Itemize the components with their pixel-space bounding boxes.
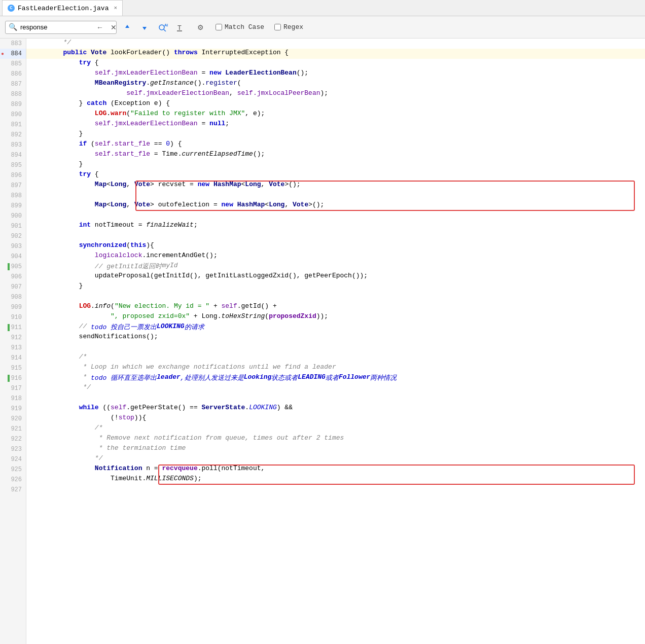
code-line-885: try { [26,59,645,69]
code-line-919: while ((self.getPeerState() == ServerSta… [26,404,645,414]
line-num-891: 891 [0,120,26,130]
tab-bar: C FastLeaderElection.java × [0,0,645,16]
svg-line-1 [164,29,166,31]
down-arrow-icon [140,23,149,31]
line-num-897: 897 [0,181,26,191]
prev-match-button[interactable]: ← [94,22,105,32]
code-line-888: self.jmxLeaderElectionBean, self.jmxLoca… [26,89,645,99]
find-all-button[interactable]: ALL [155,22,170,32]
svg-text:ALL: ALL [164,23,168,27]
line-num-893: 893 [0,140,26,150]
line-num-924: 924 [0,454,26,464]
line-num-898: 898 [0,191,26,201]
search-icon: 🔍 [9,23,17,31]
line-num-899: 899 [0,201,26,211]
settings-button[interactable]: ⚙ [195,22,206,32]
line-num-922: 922 [0,434,26,444]
clear-search-button[interactable]: ✕ [109,22,119,32]
code-line-911: // todo 投自己一票发出LOOKING的请求 [26,323,645,333]
code-line-904: logicalclock.incrementAndGet(); [26,252,645,262]
line-num-908: 908 [0,292,26,302]
code-line-900 [26,211,645,221]
line-num-921: 921 [0,424,26,434]
code-line-887: MBeanRegistry.getInstance().register( [26,79,645,89]
line-num-904: 904 [0,252,26,262]
words-icon: T [177,23,188,31]
code-line-915: * Loop in which we exchange notification… [26,363,645,373]
match-case-checkbox[interactable] [216,24,222,30]
line-num-900: 900 [0,211,26,221]
next-occurrence-button[interactable] [138,22,151,32]
code-line-899: Map<Long, Vote> outofelection = new Hash… [26,201,645,211]
code-line-925: Notification n = recvqueue.poll(notTimeo… [26,464,645,475]
code-line-908 [26,292,645,302]
line-num-919: 919 [0,404,26,414]
search-input-wrap[interactable]: 🔍 ← ✕ [5,21,117,34]
line-num-917: 917 [0,383,26,393]
line-num-909: 909 [0,302,26,312]
svg-text:T: T [177,24,182,31]
line-num-903: 903 [0,241,26,252]
gutter-green-911 [8,324,10,331]
line-num-920: 920 [0,414,26,424]
tab-close-btn[interactable]: × [114,5,117,11]
code-line-909: LOG.info("New election. My id = " + self… [26,302,645,312]
line-num-894: 894 [0,150,26,160]
regex-wrap: Regex [274,23,303,31]
line-num-923: 923 [0,444,26,454]
code-line-905: // getInitId返回时myId [26,262,645,272]
find-all-icon: ALL [158,23,168,31]
code-line-890: LOG.warn("Failed to register with JMX", … [26,110,645,120]
match-case-label[interactable]: Match Case [225,23,264,31]
code-line-894: self.start_fle = Time.currentElapsedTime… [26,150,645,160]
code-line-898 [26,191,645,201]
prev-occurrence-button[interactable] [121,22,134,32]
line-num-901: 901 [0,221,26,231]
tab-fastleaderelection[interactable]: C FastLeaderElection.java × [2,0,123,16]
line-num-906: 906 [0,272,26,282]
search-input[interactable] [20,23,91,31]
regex-label[interactable]: Regex [283,23,303,31]
code-line-923: * the termination time [26,444,645,454]
search-bar: 🔍 ← ✕ ALL T ⚙ Match Case Regex [0,16,645,39]
code-line-913 [26,343,645,353]
line-num-886: 886 [0,69,26,79]
line-num-927: 927 [0,485,26,495]
code-line-889: } catch (Exception e) { [26,99,645,110]
code-line-918 [26,393,645,404]
code-line-903: synchronized(this){ [26,241,645,252]
code-line-922: * Remove next notification from queue, t… [26,434,645,444]
tab-filename: FastLeaderElection.java [18,5,109,12]
code-line-926: TimeUnit.MILLISECONDS); [26,475,645,485]
line-numbers: 883 ●884 885 886 887 888 889 890 891 892… [0,39,26,644]
line-num-889: 889 [0,99,26,110]
line-num-902: 902 [0,231,26,241]
line-num-884: ●884 [0,49,26,59]
code-line-921: /* [26,424,645,434]
line-num-885: 885 [0,59,26,69]
up-arrow-icon [123,23,131,31]
code-line-910: ", proposed zxid=0x" + Long.toHexString(… [26,312,645,323]
line-num-907: 907 [0,282,26,292]
code-line-924: */ [26,454,645,464]
line-num-895: 895 [0,160,26,170]
regex-checkbox[interactable] [274,24,281,30]
line-num-883: 883 [0,39,26,49]
match-words-button[interactable]: T [174,22,191,32]
gutter-green-916 [8,375,10,382]
code-content[interactable]: */ public Vote lookForLeader() throws In… [26,39,645,644]
code-line-901: int notTimeout = finalizeWait; [26,221,645,231]
line-num-915: 915 [0,363,26,373]
code-line-891: self.jmxLeaderElectionBean = null; [26,120,645,130]
line-num-888: 888 [0,89,26,99]
line-num-912: 912 [0,333,26,343]
tab-file-icon: C [8,5,15,12]
line-num-892: 892 [0,130,26,140]
line-num-887: 887 [0,79,26,89]
code-line-912: sendNotifications(); [26,333,645,343]
line-num-926: 926 [0,475,26,485]
line-num-918: 918 [0,393,26,404]
line-num-911: 911 [0,323,26,333]
code-line-902 [26,231,645,241]
code-line-927 [26,485,645,495]
